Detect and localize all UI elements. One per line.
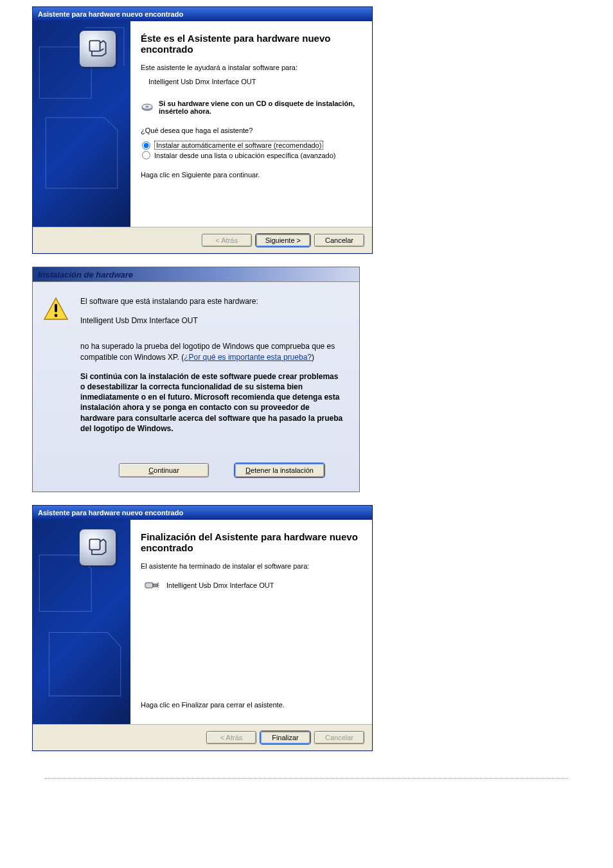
wizard-intro: Este asistente le ayudará a instalar sof…	[141, 64, 358, 71]
radio-list[interactable]: Instalar desde una lista o ubicación esp…	[142, 151, 358, 159]
button-row: Continuar Detener la instalación	[33, 449, 359, 492]
usb-icon	[145, 580, 160, 590]
radio-auto[interactable]: Instalar automáticamente el software (re…	[142, 141, 358, 150]
wizard-intro: El asistente ha terminado de instalar el…	[141, 562, 358, 570]
wizard-dialog-1: Asistente para hardware nuevo encontrado	[32, 6, 373, 254]
device-name: Intelligent Usb Dmx Interface OUT	[141, 78, 358, 85]
svg-rect-7	[89, 539, 100, 549]
button-row: < Atrás Siguiente > Cancelar	[33, 227, 372, 253]
back-button: < Atrás	[202, 234, 252, 247]
wizard-logo-icon	[79, 30, 116, 67]
svg-rect-5	[55, 304, 57, 312]
radio-list-input[interactable]	[142, 151, 150, 159]
radio-list-label: Instalar desde una lista o ubicación esp…	[154, 152, 336, 159]
cancel-button: Cancelar	[314, 731, 364, 744]
svg-line-11	[157, 583, 159, 584]
wizard-logo-icon	[79, 529, 116, 566]
warn-line1: El software que está instalando para est…	[80, 296, 345, 306]
title-text: Asistente para hardware nuevo encontrado	[38, 10, 183, 18]
wizard-heading: Finalización del Asistente para hardware…	[141, 531, 358, 553]
svg-rect-8	[145, 583, 153, 588]
title-text: Asistente para hardware nuevo encontrado	[38, 509, 183, 517]
device-name: Intelligent Usb Dmx Interface OUT	[166, 581, 274, 589]
close-hint: Haga clic en Finalizar para cerrar el as…	[141, 701, 358, 709]
page-divider	[45, 778, 568, 779]
warn-compat: no ha superado la prueba del logotipo de…	[80, 341, 345, 362]
titlebar[interactable]: Asistente para hardware nuevo encontrado	[33, 506, 372, 520]
back-button: < Atrás	[206, 731, 256, 744]
next-button[interactable]: Siguiente >	[256, 234, 310, 247]
cd-icon	[141, 100, 154, 112]
titlebar[interactable]: Asistente para hardware nuevo encontrado	[33, 7, 372, 21]
radio-auto-input[interactable]	[142, 141, 150, 150]
wizard-prompt: ¿Qué desea que haga el asistente?	[141, 127, 358, 134]
button-row: < Atrás Finalizar Cancelar	[33, 724, 372, 750]
title-text: Instalación de hardware	[38, 270, 133, 279]
titlebar[interactable]: Instalación de hardware	[33, 267, 359, 282]
svg-line-12	[157, 587, 159, 588]
cd-hint: Si su hardware viene con un CD o disquet…	[159, 100, 358, 115]
hardware-warning-dialog: Instalación de hardware El software que …	[32, 267, 360, 492]
device-name: Intelligent Usb Dmx Interface OUT	[80, 315, 345, 326]
wizard-heading: Éste es el Asistente para hardware nuevo…	[141, 33, 358, 55]
svg-rect-9	[153, 584, 157, 587]
wizard-dialog-3: Asistente para hardware nuevo encontrado	[32, 505, 373, 751]
svg-rect-0	[89, 40, 100, 51]
finish-button[interactable]: Finalizar	[260, 731, 310, 744]
wizard-side-panel	[33, 520, 130, 724]
why-link[interactable]: ¿Por qué es importante esta prueba?	[184, 353, 312, 362]
stop-button[interactable]: Detener la instalación	[235, 463, 324, 477]
continue-button[interactable]: Continuar	[119, 463, 209, 477]
wizard-side-panel	[33, 21, 130, 227]
warning-icon	[43, 296, 69, 322]
svg-point-3	[146, 106, 148, 107]
warn-strong: Si continúa con la instalación de este s…	[80, 371, 345, 434]
radio-auto-label: Instalar automáticamente el software (re…	[154, 141, 323, 150]
svg-point-6	[55, 314, 58, 317]
continue-hint: Haga clic en Siguiente para continuar.	[141, 171, 358, 179]
cancel-button[interactable]: Cancelar	[314, 234, 364, 247]
